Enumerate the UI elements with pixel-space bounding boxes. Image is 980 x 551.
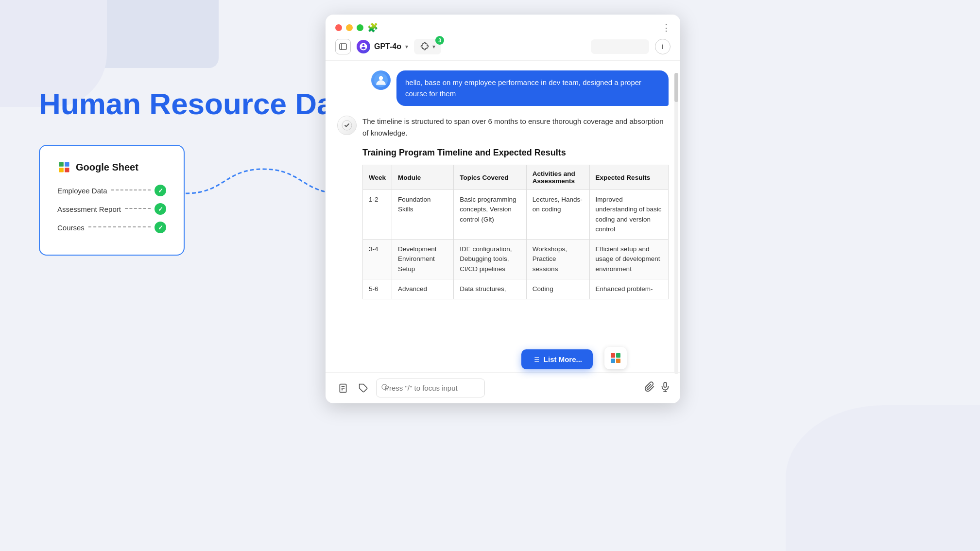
assistant-avatar — [337, 116, 357, 135]
card-item-courses: Courses ✓ — [57, 222, 166, 233]
table-title: Training Program Timeline and Expected R… — [362, 148, 669, 158]
chat-messages-area[interactable]: hello, base on my employee performance i… — [326, 61, 680, 372]
cell-week-3: 5-6 — [363, 279, 392, 299]
svg-rect-3 — [65, 168, 69, 172]
cell-results-3: Enhanced problem- — [589, 279, 668, 299]
cell-activities-3: Coding — [526, 279, 589, 299]
info-icon: i — [662, 43, 664, 51]
col-header-topics: Topics Covered — [454, 165, 527, 190]
assistant-content: The timeline is structured to span over … — [362, 116, 669, 299]
model-selector[interactable]: GPT-4o ▾ — [357, 40, 408, 53]
minimize-button[interactable] — [346, 24, 353, 31]
chat-bottom-bar — [326, 372, 680, 403]
table-row: 1-2 Foundation Skills Basic programming … — [363, 190, 669, 240]
svg-rect-17 — [664, 382, 667, 387]
sidebar-toggle-button[interactable] — [335, 39, 351, 54]
cell-module: Foundation Skills — [392, 190, 454, 240]
table-row: 5-6 Advanced Data structures, Coding Enh… — [363, 279, 669, 299]
info-button[interactable]: i — [655, 39, 671, 54]
svg-rect-2 — [59, 168, 64, 172]
microphone-button[interactable] — [660, 381, 671, 395]
check-assessment: ✓ — [155, 203, 166, 215]
col-header-week: Week — [363, 165, 392, 190]
cell-topics-3: Data structures, — [454, 279, 527, 299]
paperclip-icon — [644, 381, 655, 392]
cell-results-2: Efficient setup and usage of development… — [589, 240, 668, 279]
cell-results: Improved understanding of basic coding a… — [589, 190, 668, 240]
cell-module-3: Advanced — [392, 279, 454, 299]
scrollbar-track[interactable] — [674, 73, 678, 374]
item-label-employee: Employee Data — [57, 187, 107, 195]
cell-week-2: 3-4 — [363, 240, 392, 279]
microphone-icon — [660, 381, 671, 392]
chat-input-field[interactable] — [376, 379, 485, 397]
extension-icon[interactable]: 🧩 — [367, 22, 378, 33]
svg-point-15 — [382, 384, 387, 390]
topbar-search-area — [591, 39, 649, 54]
document-button[interactable] — [335, 380, 351, 396]
cell-topics-2: IDE configuration, Debugging tools, CI/C… — [454, 240, 527, 279]
grid-icon — [57, 160, 71, 174]
svg-line-16 — [386, 389, 388, 390]
svg-rect-26 — [611, 353, 615, 358]
close-button[interactable] — [335, 24, 342, 31]
attachment-button[interactable] — [644, 381, 655, 395]
col-header-activities: Activities and Assessments — [526, 165, 589, 190]
plugin-chevron-icon: ▾ — [432, 43, 435, 50]
grid-apps-icon — [610, 352, 621, 364]
search-icon — [381, 383, 389, 391]
card-header: Google Sheet — [57, 160, 166, 174]
cell-week: 1-2 — [363, 190, 392, 240]
user-avatar — [371, 70, 391, 90]
svg-rect-1 — [65, 162, 69, 167]
model-name: GPT-4o — [374, 42, 401, 51]
svg-rect-29 — [616, 359, 620, 363]
svg-rect-27 — [616, 353, 620, 358]
assistant-message-row: The timeline is structured to span over … — [337, 116, 669, 299]
card-item-employee: Employee Data ✓ — [57, 185, 166, 196]
item-label-courses: Courses — [57, 224, 85, 232]
chevron-down-icon: ▾ — [405, 43, 408, 50]
cell-activities-2: Workshops, Practice sessions — [526, 240, 589, 279]
grid-apps-button[interactable] — [604, 347, 627, 369]
tag-icon — [359, 383, 368, 393]
google-sheet-card: Google Sheet Employee Data ✓ Assessment … — [39, 145, 185, 256]
list-more-button[interactable]: List More... — [521, 349, 593, 369]
gpt-logo — [357, 40, 370, 53]
card-item-assessment: Assessment Report ✓ — [57, 203, 166, 215]
item-dots — [111, 189, 151, 190]
item-label-assessment: Assessment Report — [57, 205, 121, 213]
maximize-button[interactable] — [357, 24, 363, 31]
col-header-results: Expected Results — [589, 165, 668, 190]
bg-decoration-bottom-right — [786, 405, 980, 551]
cell-activities: Lectures, Hands-on coding — [526, 190, 589, 240]
table-row: 3-4 Development Environment Setup IDE co… — [363, 240, 669, 279]
list-more-label: List More... — [544, 355, 582, 363]
check-courses: ✓ — [155, 222, 166, 233]
training-table: Week Module Topics Covered Activities an… — [362, 165, 669, 299]
list-icon — [532, 356, 540, 363]
check-employee: ✓ — [155, 185, 166, 196]
card-title: Google Sheet — [76, 162, 138, 173]
svg-rect-28 — [611, 359, 615, 363]
document-icon — [338, 383, 348, 393]
svg-point-8 — [379, 76, 383, 80]
cell-topics: Basic programming concepts, Version cont… — [454, 190, 527, 240]
user-message-row: hello, base on my employee performance i… — [337, 70, 669, 106]
window-controls: 🧩 ⋮ — [326, 15, 680, 33]
plugin-button[interactable]: ▾ 3 — [414, 39, 441, 54]
col-header-module: Module — [392, 165, 454, 190]
more-options-icon[interactable]: ⋮ — [662, 22, 671, 33]
item-dots-3 — [88, 226, 151, 227]
chat-window: 🧩 ⋮ GPT-4o ▾ ▾ 3 — [326, 15, 680, 403]
sidebar-icon — [339, 43, 347, 51]
user-message-bubble: hello, base on my employee performance i… — [396, 70, 669, 106]
item-dots-2 — [125, 208, 151, 209]
cell-module-2: Development Environment Setup — [392, 240, 454, 279]
scrollbar-thumb[interactable] — [674, 73, 678, 102]
chat-topbar: GPT-4o ▾ ▾ 3 i — [326, 33, 680, 61]
svg-rect-0 — [59, 162, 64, 167]
puzzle-piece-icon — [420, 42, 430, 52]
svg-rect-5 — [340, 44, 346, 50]
tag-button[interactable] — [356, 380, 371, 396]
